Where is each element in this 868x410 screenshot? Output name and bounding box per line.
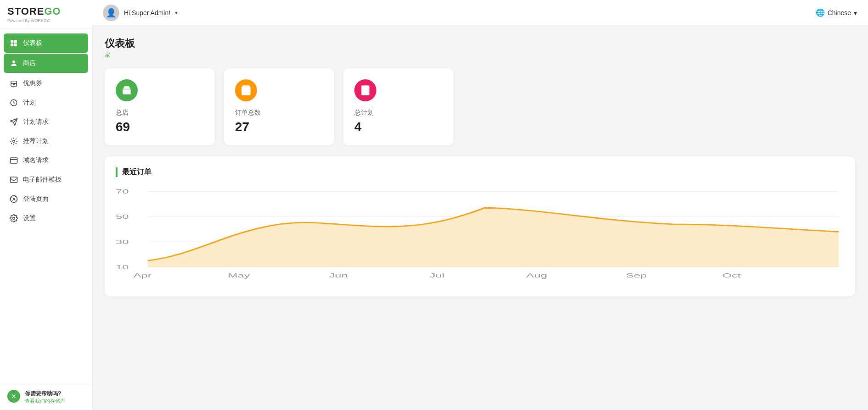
domain-request-icon — [9, 156, 18, 165]
total-plan-value: 4 — [354, 120, 442, 134]
svg-text:Jul: Jul — [430, 273, 445, 279]
plan-request-icon — [9, 117, 18, 127]
sidebar-help[interactable]: ✕ 你需要帮助吗? 查看我们的存储库 — [0, 384, 92, 410]
settings-icon — [9, 214, 18, 223]
sidebar-item-shop[interactable]: 商店 — [4, 54, 88, 73]
stat-card-total-plan: 总计划 4 — [343, 68, 454, 145]
breadcrumb: 家 — [105, 51, 855, 59]
svg-text:May: May — [228, 273, 250, 279]
help-text: 你需要帮助吗? 查看我们的存储库 — [25, 390, 65, 404]
sidebar-item-coupon[interactable]: 优惠券 — [0, 74, 92, 93]
sidebar-item-dashboard[interactable]: 仪表板 — [4, 33, 88, 53]
chart-title: 最近订单 — [116, 167, 844, 177]
svg-rect-1 — [14, 40, 17, 43]
sidebar-item-login-page[interactable]: 登陆页面 — [0, 189, 92, 209]
svg-text:Apr: Apr — [133, 273, 151, 279]
svg-text:Oct: Oct — [722, 273, 741, 279]
svg-text:50: 50 — [116, 214, 129, 220]
sidebar-item-label: 计划 — [23, 99, 36, 107]
svg-rect-2 — [11, 44, 13, 46]
stats-row: 总店 69 订单总数 27 总计划 4 — [105, 68, 855, 145]
help-icon: ✕ — [7, 390, 20, 403]
logo-store: STORE — [7, 6, 44, 17]
svg-rect-0 — [11, 40, 13, 43]
svg-text:70: 70 — [116, 188, 129, 194]
sidebar-item-label: 推荐计划 — [23, 137, 49, 145]
total-plan-icon — [354, 79, 376, 101]
sidebar: STOREGO Powered By WORKGO 仪表板 商店 优惠券 计划 … — [0, 0, 92, 410]
chart-card: 最近订单 70 50 30 10 — [105, 156, 855, 296]
sidebar-item-plan-request[interactable]: 计划请求 — [0, 112, 92, 132]
svg-point-11 — [13, 217, 15, 220]
svg-text:10: 10 — [116, 264, 129, 270]
page-title: 仪表板 — [105, 37, 855, 50]
greeting-text: Hi,Super Admin! — [124, 9, 170, 17]
total-plan-label: 总计划 — [354, 109, 442, 117]
header-left: 👤 Hi,Super Admin! ▾ — [103, 5, 178, 21]
svg-text:30: 30 — [116, 239, 129, 245]
sidebar-item-email-template[interactable]: 电子邮件模板 — [0, 170, 92, 189]
svg-point-10 — [13, 199, 15, 200]
sidebar-item-label: 优惠券 — [23, 79, 42, 88]
sidebar-item-label: 商店 — [23, 59, 36, 67]
help-subtitle: 查看我们的存储库 — [25, 398, 65, 404]
total-store-label: 总店 — [116, 109, 204, 117]
dashboard-icon — [9, 39, 18, 48]
svg-point-7 — [13, 140, 15, 143]
shop-icon — [9, 59, 18, 68]
chart-area: 70 50 30 10 — [116, 184, 844, 285]
email-template-icon — [9, 175, 18, 184]
language-chevron: ▾ — [854, 9, 857, 17]
svg-text:Jun: Jun — [329, 273, 348, 279]
sidebar-item-domain-request[interactable]: 域名请求 — [0, 151, 92, 170]
svg-text:Sep: Sep — [626, 273, 647, 279]
plan-icon — [9, 98, 18, 107]
stat-card-total-store: 总店 69 — [105, 68, 215, 145]
sidebar-item-plan[interactable]: 计划 — [0, 93, 92, 112]
total-store-value: 69 — [116, 120, 204, 134]
sidebar-item-settings[interactable]: 设置 — [0, 209, 92, 228]
logo-go: GO — [44, 6, 61, 17]
language-label: Chinese — [828, 9, 851, 17]
total-orders-icon — [235, 79, 257, 101]
stat-card-total-orders: 订单总数 27 — [224, 68, 334, 145]
header: 👤 Hi,Super Admin! ▾ 🌐 Chinese ▾ — [92, 0, 868, 26]
svg-text:Aug: Aug — [526, 273, 547, 279]
sidebar-item-label: 设置 — [23, 214, 36, 222]
sidebar-item-label: 电子邮件模板 — [23, 176, 62, 184]
sidebar-item-label: 登陆页面 — [23, 195, 49, 203]
dropdown-toggle[interactable]: ▾ — [175, 10, 178, 16]
sidebar-nav: 仪表板 商店 优惠券 计划 计划请求 推荐计划 域名请求 电子邮件模板 登陆页面 — [0, 29, 92, 384]
svg-rect-3 — [14, 44, 17, 46]
logo: STOREGO Powered By WORKGO — [0, 0, 92, 29]
recommended-plan-icon — [9, 137, 18, 146]
page-body: 仪表板 家 总店 69 订单总数 27 总计划 4 最近订单 — [92, 26, 868, 410]
total-orders-value: 27 — [235, 120, 323, 134]
help-title: 你需要帮助吗? — [25, 390, 65, 398]
sidebar-item-label: 计划请求 — [23, 118, 49, 126]
logo-powered: Powered By WORKGO — [7, 18, 84, 23]
svg-rect-8 — [11, 158, 17, 163]
avatar: 👤 — [103, 5, 119, 21]
total-store-icon — [116, 79, 138, 101]
sidebar-item-label: 仪表板 — [23, 39, 42, 47]
total-orders-label: 订单总数 — [235, 109, 323, 117]
sidebar-item-label: 域名请求 — [23, 156, 49, 165]
coupon-icon — [9, 79, 18, 88]
language-selector[interactable]: 🌐 Chinese ▾ — [816, 8, 857, 17]
sidebar-item-recommended-plan[interactable]: 推荐计划 — [0, 132, 92, 151]
main-content: 👤 Hi,Super Admin! ▾ 🌐 Chinese ▾ 仪表板 家 总店… — [92, 0, 868, 410]
globe-icon: 🌐 — [816, 8, 825, 17]
lower-row: 最近订单 70 50 30 10 — [105, 156, 855, 296]
login-page-icon — [9, 194, 18, 204]
svg-rect-9 — [11, 177, 17, 183]
svg-point-4 — [12, 61, 15, 63]
